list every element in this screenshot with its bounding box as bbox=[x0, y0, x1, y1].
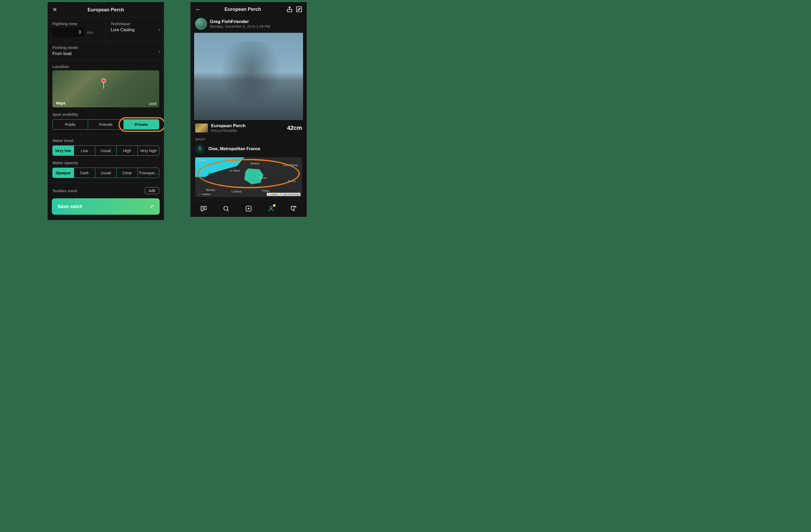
water-block: Water level Very low Low Usual High Very… bbox=[48, 134, 164, 183]
map-legal-link[interactable]: Legal bbox=[149, 102, 156, 105]
water-level-usual[interactable]: Usual bbox=[95, 146, 116, 155]
tab-bar bbox=[190, 201, 307, 217]
visibility-friends[interactable]: Friends bbox=[88, 120, 123, 129]
map-label-nancy: Nancy bbox=[288, 180, 295, 182]
user-name: Greg FishFriender bbox=[210, 19, 270, 24]
save-catch-label: Save catch bbox=[58, 204, 82, 209]
row-fighting-technique: Fighting time 3 min Technique Lure Casti… bbox=[48, 17, 164, 41]
water-opacity-clear[interactable]: Clear bbox=[116, 168, 138, 178]
fishing-mode-row[interactable]: Fishing mode From boat › bbox=[48, 41, 164, 60]
spot-heading: SPOT bbox=[194, 136, 303, 144]
catch-detail-screen: ← European Perch Greg FishFriender Monda… bbox=[190, 2, 307, 217]
map-label-troyes: Troyes bbox=[261, 189, 269, 192]
visibility-private[interactable]: Private bbox=[123, 120, 159, 129]
tab-add[interactable] bbox=[245, 205, 253, 213]
water-opacity-segmented: Opaque Dark Usual Clear Transpar... bbox=[52, 168, 159, 178]
tab-profile[interactable] bbox=[267, 205, 275, 213]
svg-point-5 bbox=[224, 206, 228, 210]
edit-icon[interactable] bbox=[296, 6, 303, 13]
screen-title: European Perch bbox=[202, 6, 284, 12]
water-level-low[interactable]: Low bbox=[74, 146, 95, 155]
tab-more[interactable] bbox=[290, 205, 297, 213]
save-catch-button[interactable]: Save catch ✓ bbox=[52, 198, 160, 215]
water-level-high[interactable]: High bbox=[116, 146, 138, 155]
map-label-rennes: Rennes bbox=[206, 188, 215, 192]
species-latin: Perca-Fluviatilis bbox=[211, 128, 245, 133]
map-label-amiens: Amiens bbox=[251, 162, 259, 165]
water-level-segmented: Very low Low Usual High Very high bbox=[52, 146, 159, 156]
map-label-lemans: Le Mans bbox=[231, 190, 241, 193]
fish-thumb-icon bbox=[195, 123, 208, 133]
tab-feed[interactable] bbox=[200, 205, 208, 213]
spot-map[interactable]: Channel Jersey Le Havre Amiens Reims Lux… bbox=[195, 157, 302, 197]
catch-size: 42cm bbox=[287, 124, 302, 132]
technique-value: Lure Casting bbox=[111, 28, 159, 32]
location-block: Location Maps Legal Spot visibility Publ… bbox=[48, 60, 164, 134]
water-level-very-low[interactable]: Very low bbox=[52, 146, 74, 155]
chevron-right-icon: › bbox=[158, 48, 160, 54]
svg-rect-1 bbox=[296, 6, 302, 12]
water-opacity-opaque[interactable]: Opaque bbox=[52, 168, 74, 178]
map-label-luxembourg: Luxembourg bbox=[283, 164, 298, 167]
map-attribution: © Mapbox, © OpenStreetMap bbox=[267, 193, 301, 196]
svg-point-7 bbox=[270, 206, 272, 209]
fishing-mode-value: From boat bbox=[52, 51, 153, 56]
water-opacity-label: Water opacity bbox=[52, 161, 159, 165]
screen-title: European Perch bbox=[59, 7, 153, 13]
species-name: European Perch bbox=[211, 123, 245, 128]
avatar bbox=[195, 18, 207, 30]
notification-dot-icon bbox=[273, 204, 276, 207]
close-icon[interactable]: ✕ bbox=[52, 6, 59, 13]
share-icon[interactable] bbox=[286, 6, 293, 13]
check-icon: ✓ bbox=[150, 203, 154, 209]
back-icon[interactable]: ← bbox=[195, 6, 201, 13]
edit-catch-screen: ✕ European Perch Fighting time 3 min Tec… bbox=[48, 2, 164, 220]
post-date: Monday, December 5, 2016 2:44 PM bbox=[210, 24, 270, 29]
fishing-mode-label: Fishing mode bbox=[52, 45, 153, 50]
svg-rect-3 bbox=[201, 206, 203, 211]
map-label-channel: Channel bbox=[197, 159, 206, 162]
spot-row[interactable]: Oise, Metropolitan France bbox=[194, 144, 303, 157]
titlebar: ✕ European Perch bbox=[48, 2, 164, 17]
fighting-time-input[interactable]: 3 bbox=[52, 28, 84, 37]
spot-visibility-label: Spot visibility bbox=[52, 112, 159, 117]
topbar: ← European Perch bbox=[190, 2, 307, 16]
user-row[interactable]: Greg FishFriender Monday, December 5, 20… bbox=[194, 16, 303, 33]
water-opacity-usual[interactable]: Usual bbox=[95, 168, 116, 178]
tackles-row: Tackles used Add bbox=[48, 183, 164, 196]
map-brand: Maps bbox=[55, 101, 65, 105]
species-row: European Perch Perca-Fluviatilis 42cm bbox=[194, 120, 303, 136]
mapbox-logo: ◯ mapbox bbox=[197, 193, 212, 196]
catch-photo[interactable] bbox=[194, 33, 303, 120]
fighting-time-unit: min bbox=[87, 30, 93, 35]
svg-rect-4 bbox=[204, 206, 206, 210]
add-tackle-button[interactable]: Add bbox=[144, 187, 159, 194]
spot-name: Oise, Metropolitan France bbox=[208, 147, 260, 151]
fighting-time-label: Fighting time bbox=[52, 21, 101, 26]
fighting-time-cell[interactable]: Fighting time 3 min bbox=[48, 18, 106, 41]
tackles-label: Tackles used bbox=[52, 188, 77, 193]
map-label-reims: Reims bbox=[259, 176, 266, 179]
location-label: Location bbox=[52, 64, 159, 69]
tab-search[interactable] bbox=[222, 205, 230, 213]
technique-label: Technique bbox=[111, 21, 159, 26]
water-opacity-dark[interactable]: Dark bbox=[74, 168, 95, 178]
post: Greg FishFriender Monday, December 5, 20… bbox=[190, 16, 307, 197]
map-label-jersey: Jersey bbox=[208, 172, 216, 175]
location-map[interactable]: Maps Legal bbox=[52, 70, 159, 107]
water-opacity-transparent[interactable]: Transpar... bbox=[138, 168, 159, 178]
chevron-right-icon: › bbox=[158, 27, 160, 32]
water-level-label: Water level bbox=[52, 138, 159, 143]
spot-visibility-segmented: Public Friends Private bbox=[52, 119, 159, 130]
water-level-very-high[interactable]: Very high bbox=[138, 146, 159, 155]
map-pin-icon bbox=[102, 78, 106, 83]
visibility-public[interactable]: Public bbox=[52, 120, 88, 129]
technique-cell[interactable]: Technique Lure Casting › bbox=[106, 18, 164, 41]
map-label-lehavre: Le Havre bbox=[229, 169, 240, 172]
save-bar: Save catch ✓ bbox=[48, 196, 164, 220]
location-pin-icon bbox=[195, 144, 205, 154]
svg-point-2 bbox=[199, 148, 200, 149]
